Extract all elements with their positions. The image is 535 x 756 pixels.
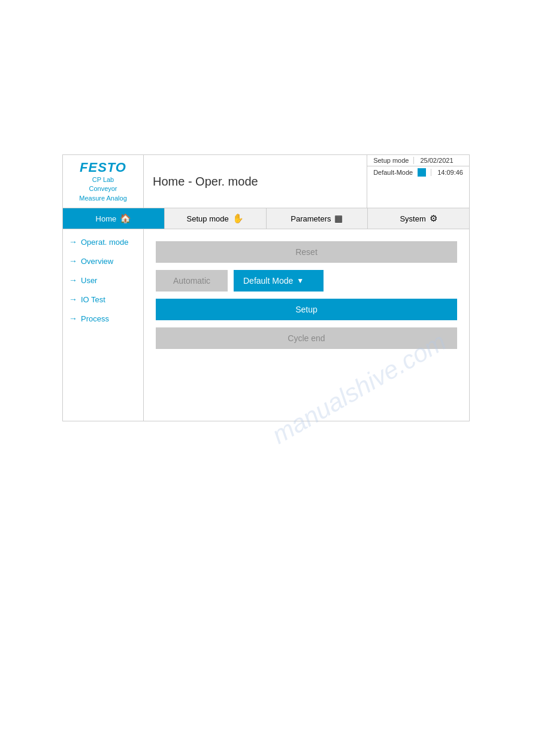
tab-setup-mode[interactable]: Setup mode ✋ <box>165 208 267 229</box>
main-content: → Operat. mode → Overview → User → IO Te… <box>63 229 469 421</box>
arrow-icon-3: → <box>69 294 77 304</box>
setup-button[interactable]: Setup <box>156 299 457 320</box>
status-time: 14:09:46 <box>431 169 463 176</box>
sidebar-item-operat-mode[interactable]: → Operat. mode <box>63 232 143 251</box>
sidebar-item-user[interactable]: → User <box>63 271 143 290</box>
sidebar-item-overview[interactable]: → Overview <box>63 251 143 271</box>
tab-parameters[interactable]: Parameters ▦ <box>267 208 368 229</box>
app-container: FESTO CP Lab Conveyor Measure Analog Hom… <box>62 154 470 421</box>
status-date: 25/02/2021 <box>413 157 453 164</box>
title-section: Home - Oper. mode <box>144 155 367 208</box>
nav-tabs: Home 🏠 Setup mode ✋ Parameters ▦ System … <box>63 208 469 229</box>
sidebar-item-process[interactable]: → Process <box>63 309 143 328</box>
cycle-end-button[interactable]: Cycle end <box>156 327 457 349</box>
header-bar: FESTO CP Lab Conveyor Measure Analog Hom… <box>63 155 469 208</box>
logo-section: FESTO CP Lab Conveyor Measure Analog <box>63 155 144 208</box>
status-mode-label: Default-Mode <box>373 169 413 176</box>
gear-icon: ⚙ <box>430 213 437 224</box>
arrow-icon-2: → <box>69 275 77 285</box>
reset-button[interactable]: Reset <box>156 241 457 263</box>
page-title: Home - Oper. mode <box>153 175 258 189</box>
status-indicator <box>418 168 426 177</box>
arrow-icon-1: → <box>69 256 77 266</box>
tab-system[interactable]: System ⚙ <box>368 208 469 229</box>
status-row-bottom: Default-Mode 14:09:46 <box>367 166 469 178</box>
status-label: Setup mode <box>373 157 409 164</box>
default-mode-dropdown[interactable]: Default Mode ▼ <box>234 270 324 292</box>
content-panel: Reset Automatic Default Mode ▼ Setup Cyc… <box>144 229 469 421</box>
sidebar: → Operat. mode → Overview → User → IO Te… <box>63 229 144 421</box>
hand-icon: ✋ <box>232 213 244 224</box>
status-section: Setup mode 25/02/2021 Default-Mode 14:09… <box>367 155 469 208</box>
arrow-icon-4: → <box>69 314 77 323</box>
grid-icon: ▦ <box>334 213 343 224</box>
logo-subtitle: CP Lab Conveyor Measure Analog <box>79 175 127 203</box>
status-row-top: Setup mode 25/02/2021 <box>367 155 469 166</box>
tab-home[interactable]: Home 🏠 <box>63 208 165 229</box>
dropdown-row: Automatic Default Mode ▼ <box>156 270 457 292</box>
home-icon: 🏠 <box>120 213 131 224</box>
sidebar-item-io-test[interactable]: → IO Test <box>63 290 143 309</box>
arrow-icon-0: → <box>69 237 77 247</box>
chevron-down-icon: ▼ <box>297 277 304 285</box>
automatic-button[interactable]: Automatic <box>156 270 228 292</box>
festo-logo: FESTO <box>80 160 126 175</box>
